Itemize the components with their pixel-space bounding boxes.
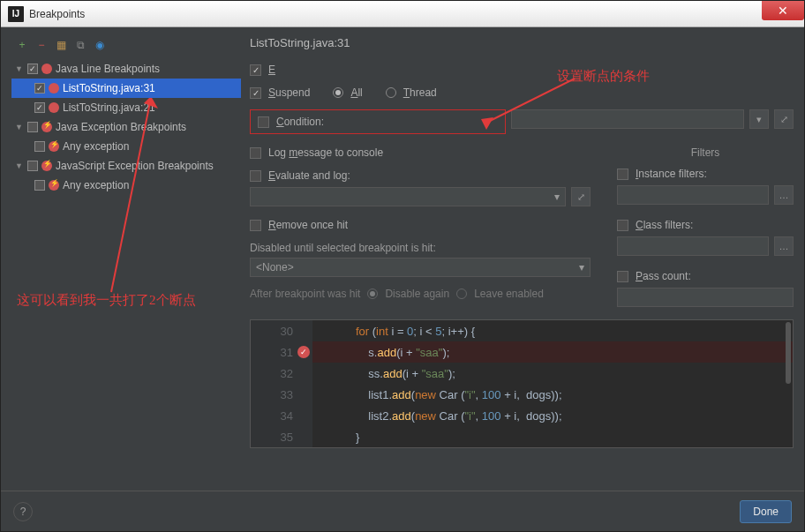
tree-pane: + − ▦ ⧉ ◉ ▼Java Line BreakpointsListToSt… <box>11 36 241 482</box>
app-icon: IJ <box>8 6 24 22</box>
breakpoint-icon <box>49 83 59 94</box>
tree-group[interactable]: ▼JavaScript Exception Breakpoints <box>11 156 241 176</box>
code-line: s.add(i + "saa"); <box>312 341 793 363</box>
class-filters-field[interactable] <box>617 236 769 256</box>
group-checkbox[interactable] <box>27 64 38 74</box>
instance-filters-label: Instance filters: <box>636 168 707 180</box>
class-filters-browse[interactable]: … <box>774 236 794 256</box>
item-label: ListToString.java:31 <box>63 82 155 94</box>
condition-checkbox[interactable] <box>258 116 269 128</box>
breakpoint-tree[interactable]: ▼Java Line BreakpointsListToString.java:… <box>11 59 241 195</box>
gutter-row[interactable]: 32 <box>251 363 312 384</box>
remove-icon[interactable]: − <box>34 38 49 52</box>
eval-expand-button[interactable]: ⤢ <box>571 187 591 206</box>
instance-filters-browse[interactable]: … <box>774 185 794 205</box>
class-filters-label: Class filters: <box>636 219 693 231</box>
tree-toolbar: + − ▦ ⧉ ◉ <box>11 36 241 59</box>
done-button[interactable]: Done <box>740 500 792 523</box>
tree-group[interactable]: ▼Java Line Breakpoints <box>11 59 241 79</box>
condition-label: Condition: <box>276 116 324 128</box>
gutter-row[interactable]: 30 <box>251 320 312 341</box>
after-disable-radio[interactable] <box>367 288 378 299</box>
breakpoint-icon <box>49 180 59 191</box>
detail-pane: ListToString.java:31 E Suspend All Threa… <box>250 36 794 482</box>
after-leave-radio[interactable] <box>456 288 467 299</box>
suspend-thread-radio[interactable] <box>386 87 396 98</box>
suspend-checkbox[interactable] <box>250 87 261 99</box>
class-filters-checkbox[interactable] <box>617 220 628 231</box>
dialog-footer: ? Done <box>1 491 804 531</box>
after-disable-label: Disable again <box>385 288 449 300</box>
enabled-checkbox[interactable] <box>250 64 261 76</box>
copy-icon[interactable]: ⧉ <box>73 38 87 52</box>
disabled-until-label: Disabled until selected breakpoint is hi… <box>250 242 591 254</box>
breakpoint-icon <box>49 102 59 113</box>
group-label: JavaScript Exception Breakpoints <box>56 160 214 172</box>
close-button[interactable]: ✕ <box>762 1 804 20</box>
log-label: Log message to console <box>268 146 383 159</box>
breakpoint-title: ListToString.java:31 <box>250 36 794 49</box>
item-checkbox[interactable] <box>34 180 45 191</box>
condition-history-button[interactable]: ▾ <box>749 109 769 129</box>
titlebar: IJ Breakpoints ✕ <box>1 1 804 27</box>
window-title: Breakpoints <box>29 8 85 20</box>
instance-filters-checkbox[interactable] <box>617 169 628 180</box>
suspend-label: Suspend <box>268 86 310 99</box>
tree-item[interactable]: Any exception <box>11 176 241 195</box>
remove-once-label: Remove once hit <box>268 219 348 231</box>
pass-count-field[interactable] <box>617 288 794 307</box>
code-line: } <box>312 426 793 447</box>
eval-field[interactable]: ▾ <box>250 187 566 206</box>
log-checkbox[interactable] <box>250 147 261 159</box>
tree-item[interactable]: ListToString.java:21 <box>11 98 241 117</box>
eval-checkbox[interactable] <box>250 170 261 182</box>
pass-count-label: Pass count: <box>636 270 691 282</box>
help-button[interactable]: ? <box>13 502 33 521</box>
condition-field[interactable] <box>511 109 744 129</box>
group-checkbox[interactable] <box>27 122 38 132</box>
instance-filters-field[interactable] <box>617 185 769 205</box>
code-preview: 3031✓32333435 for (int i = 0; i < 5; i++… <box>250 319 794 448</box>
tree-group[interactable]: ▼Java Exception Breakpoints <box>11 117 241 137</box>
filters-header: Filters <box>617 146 794 159</box>
gutter-row[interactable]: 35 <box>251 426 312 447</box>
suspend-thread-label: Thread <box>403 86 437 99</box>
disabled-until-dropdown[interactable]: <None>▾ <box>250 258 591 277</box>
gutter-row[interactable]: 34 <box>251 405 312 426</box>
gutter-row[interactable]: 33 <box>251 384 312 405</box>
breakpoint-icon <box>41 161 52 171</box>
breakpoint-marker-icon[interactable]: ✓ <box>297 346 310 358</box>
pass-count-checkbox[interactable] <box>617 271 628 282</box>
code-scrollbar[interactable] <box>786 322 791 384</box>
suspend-all-label: All <box>350 86 362 99</box>
item-checkbox[interactable] <box>34 83 45 94</box>
code-line: for (int i = 0; i < 5; i++) { <box>312 320 793 341</box>
after-hit-label: After breakpoint was hit <box>250 288 360 300</box>
item-checkbox[interactable] <box>34 141 45 152</box>
breakpoint-icon <box>41 122 52 132</box>
breakpoint-icon <box>41 64 52 74</box>
tree-item[interactable]: Any exception <box>11 137 241 156</box>
code-line: list2.add(new Car ("i", 100 + i, dogs)); <box>312 405 793 426</box>
web-icon[interactable]: ◉ <box>93 38 107 52</box>
add-icon[interactable]: + <box>15 38 29 52</box>
group-label: Java Line Breakpoints <box>56 63 160 75</box>
code-line: ss.add(i + "saa"); <box>312 363 793 384</box>
eval-label: Evaluate and log: <box>268 169 350 182</box>
item-label: Any exception <box>63 140 129 153</box>
enabled-label: E <box>268 64 275 76</box>
gutter-row[interactable]: 31✓ <box>251 341 312 363</box>
code-line: list1.add(new Car ("i", 100 + i, dogs)); <box>312 384 793 405</box>
after-leave-label: Leave enabled <box>474 288 544 300</box>
suspend-all-radio[interactable] <box>333 87 343 98</box>
group-label: Java Exception Breakpoints <box>56 121 186 133</box>
tree-item[interactable]: ListToString.java:31 <box>11 79 241 98</box>
item-checkbox[interactable] <box>34 102 45 113</box>
item-label: Any exception <box>63 179 129 191</box>
condition-expand-button[interactable]: ⤢ <box>774 109 794 129</box>
item-label: ListToString.java:21 <box>63 101 155 114</box>
group-checkbox[interactable] <box>27 161 38 171</box>
group-icon[interactable]: ▦ <box>54 38 68 52</box>
breakpoint-icon <box>49 141 59 152</box>
remove-once-checkbox[interactable] <box>250 220 261 231</box>
